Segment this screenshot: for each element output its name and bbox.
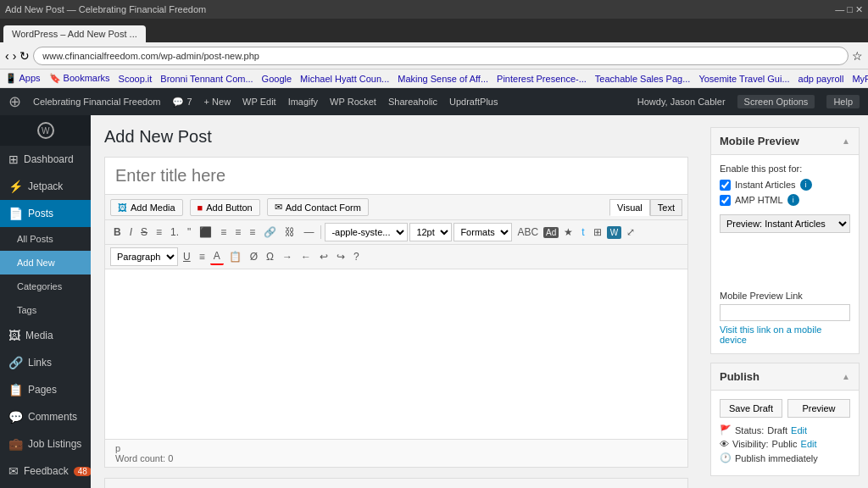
formats-select[interactable]: Formats: [453, 223, 512, 241]
mobile-preview-header[interactable]: Mobile Preview ▲: [711, 128, 859, 155]
indent-button[interactable]: →: [279, 249, 296, 264]
amp-html-info-icon[interactable]: i: [787, 194, 799, 206]
add-button-button[interactable]: ■ Add Button: [190, 199, 260, 216]
special-char-button[interactable]: Ω: [263, 249, 277, 264]
publish-header[interactable]: Publish ▲: [711, 363, 859, 391]
sidebar-item-posts[interactable]: 📄 Posts: [0, 200, 91, 227]
instant-articles-checkbox[interactable]: [720, 180, 731, 191]
updraftplus-bar[interactable]: UpdraftPlus: [449, 97, 498, 107]
layout-settings-header[interactable]: Layout Settings ▲: [105, 479, 687, 488]
font-size-select[interactable]: 12pt: [409, 223, 452, 241]
bookmark-bookmarks[interactable]: 🔖 Bookmarks: [49, 73, 110, 84]
sidebar-item-job-listings[interactable]: 💼 Job Listings: [0, 430, 91, 458]
wp-logo[interactable]: ⊕: [8, 92, 21, 111]
link-button[interactable]: 🔗: [260, 225, 280, 240]
sidebar-item-media[interactable]: 🖼 Media: [0, 322, 91, 349]
bookmark-scoopit[interactable]: Scoop.it: [119, 74, 153, 84]
sidebar-item-dashboard[interactable]: ⊞ Dashboard: [0, 146, 91, 173]
blockquote-button[interactable]: ": [184, 225, 194, 240]
clear-format-button[interactable]: Ø: [247, 249, 261, 264]
sidebar-item-all-posts[interactable]: All Posts: [0, 227, 91, 251]
preview-select[interactable]: Preview: Instant Articles: [720, 214, 850, 233]
align-right-button[interactable]: ≡: [231, 225, 244, 240]
sidebar-item-add-new[interactable]: Add New: [0, 251, 91, 274]
screen-options-button[interactable]: Screen Options: [737, 95, 815, 108]
horizontal-rule-button[interactable]: —: [300, 225, 317, 240]
amp-html-checkbox[interactable]: [720, 195, 731, 206]
instant-articles-info-icon[interactable]: i: [800, 179, 812, 191]
sidebar-item-tags[interactable]: Tags: [0, 298, 91, 322]
spellcheck-button[interactable]: ABC: [514, 225, 542, 240]
preview-button[interactable]: Preview: [787, 399, 850, 418]
unlink-button[interactable]: ⛓: [281, 225, 298, 240]
bookmark-google[interactable]: Google: [262, 74, 292, 84]
bookmark-button[interactable]: ☆: [852, 49, 863, 63]
bookmark-apps[interactable]: 📱 Apps: [5, 73, 41, 84]
wp-sidebar-logo[interactable]: W: [0, 115, 91, 146]
ordered-list-button[interactable]: 1.: [167, 225, 182, 240]
align-center-button[interactable]: ≡: [217, 225, 230, 240]
table-button[interactable]: ⊞: [590, 225, 605, 240]
paste-button[interactable]: 📋: [225, 249, 245, 264]
new-item-bar[interactable]: + New: [204, 97, 231, 107]
star-button[interactable]: ★: [560, 225, 576, 240]
strikethrough-button[interactable]: S: [137, 225, 151, 240]
bold-button[interactable]: B: [110, 225, 125, 240]
add-contact-form-button[interactable]: ✉ Add Contact Form: [267, 198, 369, 216]
justify-button[interactable]: ≡: [196, 249, 209, 264]
add-media-button[interactable]: 🖼 Add Media: [110, 199, 183, 216]
active-tab[interactable]: WordPress – Add New Post ...: [3, 25, 146, 42]
save-draft-button[interactable]: Save Draft: [720, 399, 782, 418]
italic-button[interactable]: I: [126, 225, 136, 240]
sidebar-item-pages[interactable]: 📋 Pages: [0, 376, 91, 403]
sidebar-item-comments[interactable]: 💬 Comments: [0, 403, 91, 430]
bookmark-teachable[interactable]: Teachable Sales Pag...: [595, 74, 691, 84]
bookmark-mypnhq[interactable]: MyPNHQ | Creating...: [852, 74, 868, 84]
sidebar-item-advanced-ads[interactable]: 📢 Advanced Ads: [0, 485, 91, 488]
wp-rocket-bar[interactable]: WP Rocket: [330, 97, 376, 107]
help-editor-button[interactable]: ?: [350, 249, 363, 264]
bookmark-yosemite[interactable]: Yosemite Travel Gui...: [698, 74, 789, 84]
sidebar-item-jetpack[interactable]: ⚡ Jetpack: [0, 173, 91, 200]
shareaholic-bar[interactable]: Shareaholic: [388, 97, 437, 107]
sidebar-item-categories[interactable]: Categories: [0, 274, 91, 298]
mobile-preview-link-input[interactable]: [720, 304, 850, 321]
sidebar-item-feedback[interactable]: ✉ Feedback 48: [0, 458, 91, 485]
undo-button[interactable]: ↩: [316, 249, 331, 264]
ad-button[interactable]: Ad: [543, 227, 559, 238]
status-edit-link[interactable]: Edit: [791, 425, 807, 435]
wp-edit-bar[interactable]: WP Edit: [242, 97, 276, 107]
bookmark-michael[interactable]: Michael Hyatt Coun...: [300, 74, 389, 84]
underline-button[interactable]: U: [180, 249, 194, 264]
outdent-button[interactable]: ←: [298, 249, 314, 264]
text-color-button[interactable]: A: [210, 248, 224, 265]
text-tab[interactable]: Text: [650, 199, 682, 216]
twitter-button[interactable]: t: [578, 225, 587, 240]
paragraph-select[interactable]: Paragraph: [110, 247, 178, 266]
align-justify-button[interactable]: ≡: [246, 225, 259, 240]
refresh-button[interactable]: ↻: [19, 49, 30, 63]
redo-button[interactable]: ↪: [333, 249, 348, 264]
bookmark-adp[interactable]: adp payroll: [798, 74, 844, 84]
bookmark-making[interactable]: Making Sense of Aff...: [398, 74, 488, 84]
forward-button[interactable]: ›: [13, 49, 17, 63]
back-button[interactable]: ‹: [5, 49, 9, 63]
sidebar-item-links[interactable]: 🔗 Links: [0, 349, 91, 376]
bookmark-bronni[interactable]: Bronni Tennant Com...: [160, 74, 253, 84]
imagify-bar[interactable]: Imagify: [288, 97, 318, 107]
bookmark-pinterest[interactable]: Pinterest Presence-...: [497, 74, 587, 84]
editor-body[interactable]: [105, 269, 687, 439]
wp-button[interactable]: W: [607, 226, 621, 239]
visit-link-label[interactable]: Visit this link on a mobile device: [720, 324, 850, 345]
comments-icon-bar[interactable]: 💬 7: [172, 97, 192, 108]
font-family-select[interactable]: -apple-syste...: [325, 223, 408, 241]
url-bar[interactable]: www.cfinancialfreedom.com/wp-admin/post-…: [33, 47, 849, 65]
fullscreen-button[interactable]: ⤢: [623, 225, 638, 240]
unordered-list-button[interactable]: ≡: [153, 225, 165, 240]
visibility-edit-link[interactable]: Edit: [801, 439, 817, 449]
site-name[interactable]: Celebrating Financial Freedom: [33, 97, 160, 107]
align-left-button[interactable]: ⬛: [196, 225, 215, 240]
post-title-input[interactable]: [105, 158, 687, 195]
visual-tab[interactable]: Visual: [609, 199, 650, 216]
help-button[interactable]: Help: [826, 95, 860, 108]
